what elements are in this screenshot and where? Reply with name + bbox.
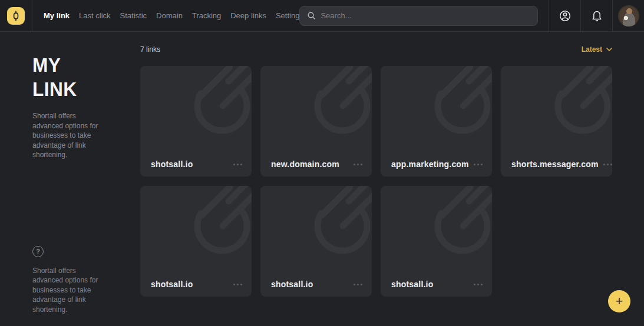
notifications-button[interactable]: [580, 0, 612, 31]
sidebar-description-secondary: Shortall offers advanced options for bus…: [32, 266, 105, 315]
card-menu-button[interactable]: [599, 161, 612, 168]
account-icon: [559, 9, 572, 22]
top-bar: My link Last click Statistic Domain Trac…: [0, 0, 644, 32]
search-icon: [307, 11, 316, 20]
bell-icon: [591, 9, 603, 22]
help-button[interactable]: ?: [32, 246, 44, 257]
link-card[interactable]: shotsall.io: [381, 186, 492, 297]
link-card[interactable]: shorts.messager.com: [501, 66, 612, 177]
link-card[interactable]: shotsall.io: [140, 66, 252, 177]
card-footer: shotsall.io: [391, 280, 483, 289]
card-menu-button[interactable]: [229, 281, 242, 288]
question-icon: ?: [36, 248, 40, 255]
card-menu-button[interactable]: [349, 161, 362, 168]
links-panel: 7 links Latest: [140, 32, 644, 325]
nav-item-deep-links[interactable]: Deep links: [230, 8, 266, 24]
search-bar: [299, 6, 538, 26]
card-menu-button[interactable]: [349, 281, 362, 288]
card-footer: shotsall.io: [271, 280, 362, 289]
card-domain: shotsall.io: [271, 280, 313, 289]
links-count: 7 links: [140, 45, 160, 54]
link-card[interactable]: shotsall.io: [140, 186, 252, 297]
sidebar: MY LINK Shortall offers advanced options…: [0, 32, 140, 325]
card-menu-button[interactable]: [469, 161, 483, 168]
main-nav: My link Last click Statistic Domain Trac…: [44, 8, 299, 24]
link-card[interactable]: new.domain.com: [260, 66, 372, 177]
add-link-button[interactable]: +: [608, 290, 630, 312]
links-toolbar: 7 links Latest: [140, 45, 612, 54]
avatar: [618, 5, 639, 26]
card-domain: shorts.messager.com: [511, 159, 599, 169]
account-button[interactable]: [549, 0, 580, 31]
chevron-down-icon: [606, 48, 612, 51]
sidebar-description: Shortall offers advanced options for bus…: [32, 111, 105, 160]
link-icon: [11, 11, 21, 21]
nav-item-domain[interactable]: Domain: [156, 8, 183, 24]
link-card[interactable]: shotsall.io: [260, 186, 372, 297]
card-domain: shotsall.io: [151, 280, 193, 289]
card-footer: shotsall.io: [151, 159, 242, 169]
card-footer: new.domain.com: [271, 159, 362, 169]
card-domain: shotsall.io: [391, 280, 433, 289]
sort-dropdown[interactable]: Latest: [582, 45, 612, 54]
nav-item-tracking[interactable]: Tracking: [192, 8, 221, 24]
logo-cell: [0, 0, 32, 31]
card-footer: app.marketing.com: [391, 159, 483, 169]
card-menu-button[interactable]: [229, 161, 242, 168]
search-input[interactable]: [321, 11, 530, 20]
sort-label: Latest: [582, 45, 602, 54]
nav-item-last-click[interactable]: Last click: [79, 8, 110, 24]
plus-icon: +: [616, 295, 623, 308]
nav-item-statistic[interactable]: Statistic: [120, 8, 147, 24]
card-menu-button[interactable]: [469, 281, 483, 288]
link-card[interactable]: app.marketing.com: [381, 66, 492, 177]
brand-logo[interactable]: [7, 7, 25, 25]
links-grid: shotsall.io new.domain.com: [140, 66, 612, 297]
card-domain: new.domain.com: [271, 159, 339, 169]
page-title: MY LINK: [32, 53, 133, 101]
nav-item-my-link[interactable]: My link: [44, 8, 70, 24]
card-domain: app.marketing.com: [391, 159, 469, 169]
card-footer: shotsall.io: [151, 280, 242, 289]
card-domain: shotsall.io: [151, 159, 193, 169]
nav-item-setting[interactable]: Setting: [276, 8, 299, 24]
card-footer: shorts.messager.com: [511, 159, 603, 169]
profile-menu[interactable]: [612, 0, 644, 31]
